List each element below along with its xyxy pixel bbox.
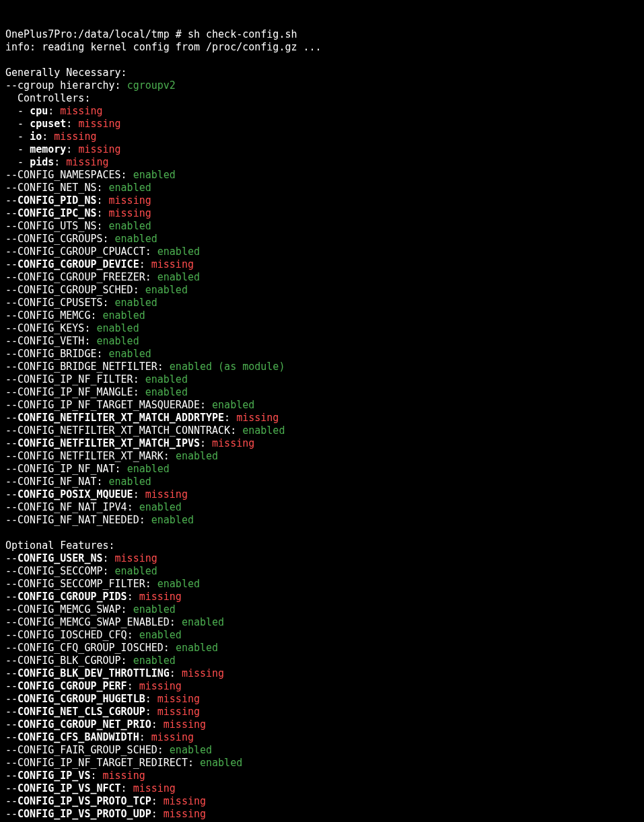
status-value: missing [164, 795, 206, 807]
status-value: missing [54, 130, 96, 143]
config-name: CONFIG_MEMCG_SWAP [17, 603, 121, 615]
config-name: CONFIG_SECCOMP_FILTER [17, 578, 145, 590]
config-name: CONFIG_NETFILTER_XT_MATCH_ADDRTYPE [17, 412, 224, 424]
config-name: CONFIG_USER_NS [17, 552, 102, 564]
controllers-label: Controllers: [5, 92, 90, 104]
config-name: CONFIG_PID_NS [17, 194, 96, 207]
config-name: CONFIG_NETFILTER_XT_MATCH_CONNTRACK [17, 424, 230, 437]
status-value: enabled [145, 284, 188, 296]
status-value: missing [145, 488, 188, 500]
status-value: enabled [242, 424, 285, 437]
status-value: missing [157, 706, 200, 718]
status-value: missing [164, 808, 206, 820]
section-title: Optional Features: [5, 539, 115, 552]
config-name: CONFIG_IP_NF_TARGET_MASQUERADE [17, 399, 200, 411]
status-value: enabled [176, 450, 218, 462]
status-value: enabled [96, 322, 139, 334]
status-value: missing [157, 693, 200, 705]
config-name: CONFIG_CGROUP_SCHED [17, 284, 133, 296]
config-name: CONFIG_CGROUPS [17, 233, 102, 245]
controller-name: io [30, 130, 42, 143]
config-name: CONFIG_MEMCG_SWAP_ENABLED [17, 616, 170, 628]
status-value: enabled [133, 603, 176, 615]
status-value: missing [212, 437, 254, 449]
config-name: CONFIG_IP_VS_PROTO_UDP [17, 808, 151, 820]
status-value: missing [182, 667, 224, 679]
config-name: CONFIG_CFS_BANDWIDTH [17, 731, 139, 743]
status-value: enabled [109, 476, 151, 488]
status-value: enabled [103, 309, 145, 322]
config-name: CONFIG_KEYS [17, 322, 84, 334]
status-value: missing [78, 143, 120, 155]
config-name: CONFIG_NETFILTER_XT_MATCH_IPVS [17, 437, 200, 449]
controller-name: pids [30, 156, 54, 168]
config-name: CONFIG_CGROUP_HUGETLB [17, 693, 145, 705]
config-name: CONFIG_IP_VS [17, 770, 90, 782]
status-value: enabled [145, 373, 188, 385]
config-name: CONFIG_IP_NF_MANGLE [17, 386, 133, 398]
config-name: CONFIG_CGROUP_NET_PRIO [17, 718, 151, 731]
config-name: CONFIG_BRIDGE [17, 348, 96, 360]
status-value: missing [133, 782, 176, 794]
status-value: missing [60, 105, 102, 117]
status-value: missing [78, 118, 120, 130]
status-value: enabled [200, 757, 242, 769]
status-value: enabled [115, 233, 157, 245]
status-value: enabled [133, 169, 176, 181]
config-name: CONFIG_IPC_NS [17, 207, 96, 219]
status-value: missing [139, 680, 182, 692]
config-name: CONFIG_NF_NAT_NEEDED [17, 514, 139, 526]
status-value: enabled [176, 642, 218, 654]
status-value: missing [164, 718, 206, 731]
status-value: missing [139, 591, 182, 603]
status-value: missing [236, 412, 279, 424]
status-value: enabled [182, 616, 224, 628]
config-name: CONFIG_BLK_DEV_THROTTLING [17, 667, 170, 679]
terminal-output: OnePlus7Pro:/data/local/tmp # sh check-c… [5, 28, 639, 822]
shell-prompt: OnePlus7Pro:/data/local/tmp # sh check-c… [5, 28, 297, 40]
config-name: CONFIG_NF_NAT [17, 476, 96, 488]
status-value: enabled [109, 220, 151, 232]
config-name: CONFIG_NET_CLS_CGROUP [17, 706, 145, 718]
status-value: enabled [139, 629, 182, 641]
config-name: CONFIG_IP_NF_NAT [17, 463, 115, 475]
config-name: CONFIG_NETFILTER_XT_MARK [17, 450, 164, 462]
status-value: enabled [127, 463, 170, 475]
status-value: missing [109, 194, 151, 207]
config-name: CONFIG_IP_NF_TARGET_REDIRECT [17, 757, 188, 769]
config-name: CONFIG_CGROUP_CPUACCT [17, 246, 145, 258]
config-name: CONFIG_BLK_CGROUP [17, 655, 121, 667]
status-value: missing [115, 552, 157, 564]
config-name: CONFIG_CGROUP_DEVICE [17, 258, 139, 270]
cgroup-hierarchy-value: cgroupv2 [127, 79, 176, 91]
config-name: CONFIG_POSIX_MQUEUE [17, 488, 133, 500]
config-name: CONFIG_NF_NAT_IPV4 [17, 501, 127, 513]
status-value: enabled [139, 501, 182, 513]
controller-name: cpu [30, 105, 48, 117]
config-name: CONFIG_BRIDGE_NETFILTER [17, 361, 157, 373]
info-line: info: reading kernel config from /proc/c… [5, 41, 322, 53]
status-value: enabled [109, 182, 151, 194]
status-value: missing [109, 207, 151, 219]
status-value: enabled [157, 578, 200, 590]
config-name: CONFIG_IP_VS_NFCT [17, 782, 121, 794]
status-value: enabled [157, 271, 200, 283]
status-value: enabled [96, 335, 139, 347]
config-name: CONFIG_CGROUP_FREEZER [17, 271, 145, 283]
status-value: enabled [170, 744, 212, 756]
config-name: CONFIG_CFQ_GROUP_IOSCHED [17, 642, 164, 654]
status-value: enabled [115, 297, 157, 309]
cgroup-hierarchy-label: --cgroup hierarchy: [5, 79, 127, 91]
config-name: CONFIG_VETH [17, 335, 84, 347]
status-value: missing [151, 731, 194, 743]
status-value: enabled [109, 348, 151, 360]
status-value: missing [151, 258, 194, 270]
config-name: CONFIG_MEMCG [17, 309, 90, 322]
config-name: CONFIG_NAMESPACES [17, 169, 121, 181]
config-name: CONFIG_IP_VS_PROTO_TCP [17, 795, 151, 807]
config-name: CONFIG_IP_NF_FILTER [17, 373, 133, 385]
config-name: CONFIG_CPUSETS [17, 297, 102, 309]
status-value: enabled (as module) [170, 361, 285, 373]
status-value: enabled [157, 246, 200, 258]
status-value: enabled [145, 386, 188, 398]
